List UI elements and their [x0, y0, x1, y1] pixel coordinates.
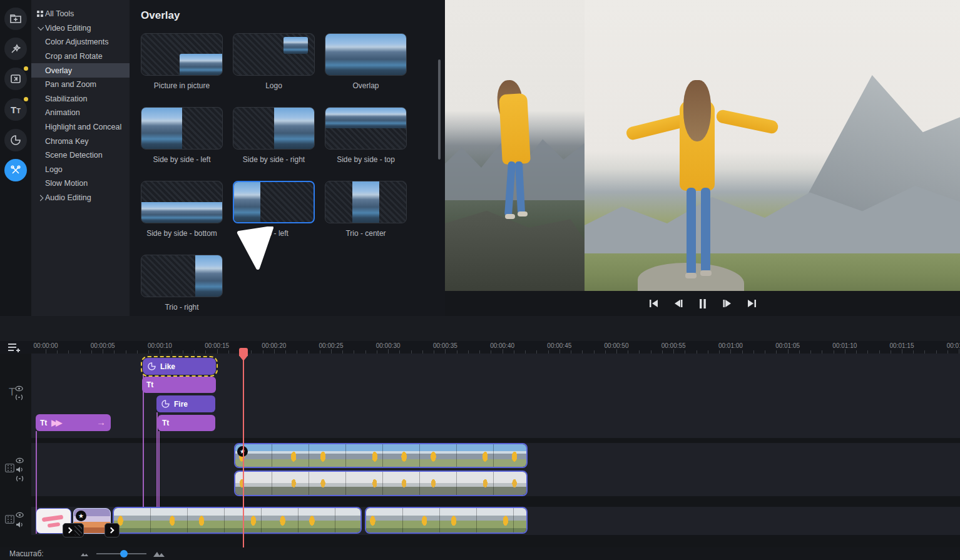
ruler-timestamp: 00:00:30 — [376, 342, 401, 349]
overlay-track-mute-icon[interactable] — [16, 466, 23, 473]
clip-label: Tt — [162, 419, 169, 427]
zoom-slider[interactable] — [96, 553, 146, 554]
menu-item-all-tools[interactable]: All Tools — [31, 7, 130, 21]
timeline-toolbar: ↶ ↷ ✂ ↻ ◐ ⚑ — [0, 316, 960, 341]
ruler-timestamp: 00:00:05 — [91, 342, 115, 349]
card-thumbnail — [141, 107, 223, 150]
ruler-tick — [845, 349, 845, 354]
overlay-card-side-by-side-left[interactable]: Side by side - left — [141, 107, 223, 164]
zoom-slider-thumb[interactable] — [120, 550, 128, 557]
main-track-mute-icon[interactable] — [16, 521, 23, 528]
transition-arrow-icon — [66, 527, 73, 534]
zoom-in-icon[interactable] — [153, 550, 166, 557]
menu-item-pan-and-zoom[interactable]: Pan and Zoom — [31, 78, 130, 92]
card-thumbnail — [141, 33, 223, 76]
more-tools-icon[interactable] — [4, 159, 27, 181]
menu-item-highlight-and-conceal[interactable]: Highlight and Conceal — [31, 120, 130, 135]
panel-scrollbar[interactable] — [438, 59, 441, 160]
overlay-card-trio-right[interactable]: Trio - right — [141, 255, 223, 312]
overlay-card-picture-in-picture[interactable]: Picture in picture — [141, 33, 223, 90]
rock-cliff — [445, 206, 585, 291]
zoom-out-icon[interactable] — [80, 551, 90, 557]
ruler-tick — [388, 349, 389, 354]
menu-item-logo[interactable]: Logo — [31, 163, 130, 177]
menu-item-label: Overlay — [45, 66, 72, 75]
menu-item-overlay[interactable]: Overlay — [31, 63, 130, 78]
timeline-clip-title-3[interactable]: Tt ▶▶ → — [36, 414, 111, 431]
overlay-card-logo[interactable]: Logo — [233, 33, 315, 90]
clip-thumbnail-frame — [262, 508, 299, 532]
card-thumbnail — [325, 33, 407, 76]
menu-item-label: Stabilization — [45, 94, 87, 103]
stickers-icon[interactable] — [4, 129, 27, 151]
skip-start-button[interactable] — [647, 298, 661, 309]
filters-icon[interactable] — [4, 38, 27, 60]
overlay-card-side-by-side-bottom[interactable]: Side by side - bottom — [141, 181, 223, 238]
timeline-clip-title-1[interactable]: Tt — [142, 377, 216, 393]
menu-item-audio-editing[interactable]: Audio Editing — [31, 191, 130, 205]
ruler-tick — [274, 349, 275, 354]
title-track-sync-icon[interactable] — [15, 394, 23, 400]
menu-item-animation[interactable]: Animation — [31, 106, 130, 120]
menu-item-stabilization[interactable]: Stabilization — [31, 92, 130, 106]
card-thumbnail — [141, 255, 223, 297]
menu-item-scene-detection[interactable]: Scene Detection — [31, 148, 130, 163]
ruler-tick — [673, 349, 674, 354]
menu-item-label: Animation — [45, 108, 80, 117]
clip-thumbnail-frame — [477, 508, 514, 532]
timeline-tracks: T Like — [0, 354, 960, 547]
clip-thumbnail-frame — [403, 508, 440, 532]
menu-item-chroma-key[interactable]: Chroma Key — [31, 134, 130, 148]
ruler-timestamp: 00:00:55 — [661, 342, 686, 349]
new-badge — [24, 66, 28, 71]
overlay-panel: Overlay Picture in pictureLogoOverlapSid… — [130, 0, 445, 316]
title-track-visibility-icon[interactable] — [15, 385, 23, 392]
thumbnail-photo — [180, 54, 222, 75]
add-track-icon[interactable] — [8, 343, 21, 353]
menu-item-color-adjustments[interactable]: Color Adjustments — [31, 35, 130, 49]
timeline-clip-main-video-2[interactable] — [365, 507, 528, 534]
card-label: Trio - center — [325, 229, 407, 238]
step-back-button[interactable] — [671, 298, 685, 309]
pause-button[interactable] — [696, 298, 710, 309]
mouse-cursor — [237, 227, 275, 272]
timeline-clip-main-video-1[interactable] — [113, 507, 362, 534]
main-track-visibility-icon[interactable] — [16, 512, 24, 518]
overlay-card-overlap[interactable]: Overlap — [325, 33, 407, 90]
timeline-ruler[interactable]: 00:00:0000:00:0500:00:1000:00:1500:00:20… — [0, 341, 960, 354]
titles-icon[interactable]: TT — [4, 98, 27, 121]
timeline-clip-sticker-like[interactable]: Like — [143, 358, 216, 375]
step-forward-button[interactable] — [720, 298, 734, 309]
card-label: Logo — [233, 81, 315, 90]
overlay-track-sync-icon[interactable] — [16, 476, 24, 482]
menu-item-slow-motion[interactable]: Slow Motion — [31, 176, 130, 191]
import-media-icon[interactable] — [4, 8, 27, 30]
overlay-card-side-by-side-top[interactable]: Side by side - top — [325, 107, 407, 164]
timeline-clip-overlay-video-1[interactable]: ★ — [234, 443, 528, 468]
card-thumbnail — [233, 107, 315, 150]
clip-thumbnail-frame — [272, 472, 309, 495]
clip-connector — [158, 431, 160, 507]
overlay-track-visibility-icon[interactable] — [16, 457, 24, 464]
timeline-clip-sticker-fire[interactable]: Fire — [156, 395, 215, 412]
ruler-timestamp: 00:00:50 — [605, 342, 629, 349]
overlay-card-side-by-side-right[interactable]: Side by side - right — [233, 107, 315, 164]
playhead-line[interactable] — [243, 354, 244, 547]
menu-item-label: Scene Detection — [45, 151, 103, 160]
clip-thumbnail-frame — [457, 472, 494, 495]
menu-item-crop-and-rotate[interactable]: Crop and Rotate — [31, 49, 130, 64]
thumbnail-photo — [352, 181, 379, 223]
transitions-icon[interactable] — [4, 68, 27, 90]
clip-thumbnail-frame — [420, 444, 457, 467]
timeline-clip-title-2[interactable]: Tt — [158, 415, 215, 431]
menu-item-label: All Tools — [45, 9, 74, 18]
clip-thumbnail-frame — [151, 508, 188, 532]
transition-badge[interactable] — [63, 523, 84, 537]
skip-end-button[interactable] — [745, 298, 758, 309]
overlay-card-trio-center[interactable]: Trio - center — [325, 181, 407, 238]
transition-badge[interactable] — [105, 523, 120, 537]
menu-item-video-editing[interactable]: Video Editing — [31, 21, 130, 36]
thumbnail-photo — [283, 37, 308, 53]
timeline-clip-overlay-video-2[interactable] — [234, 471, 528, 496]
panel-title: Overlay — [141, 9, 180, 22]
